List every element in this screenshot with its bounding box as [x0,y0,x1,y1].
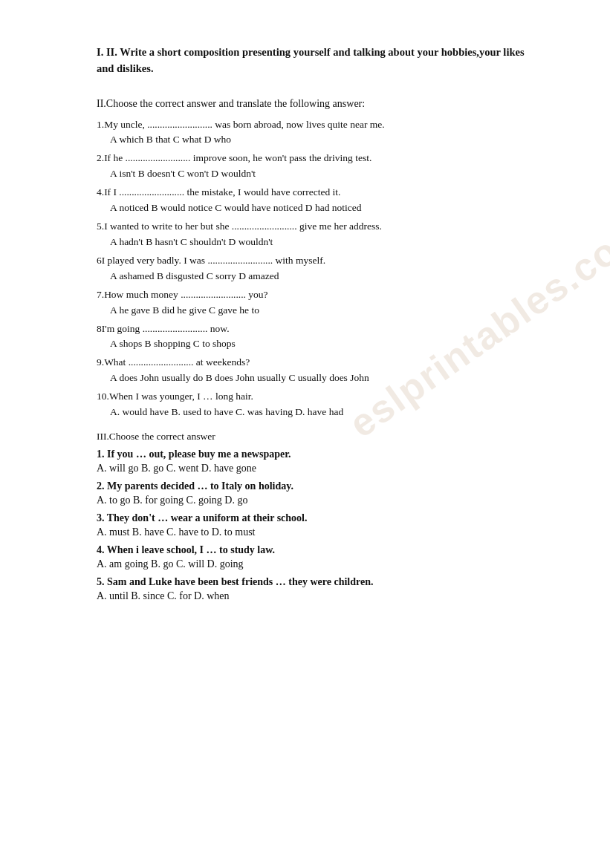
question-options: A. am going B. go C. will D. going [97,558,528,570]
question-options: A. would have B. used to have C. was hav… [97,405,528,420]
section-ii-questions: 1.My uncle, .......................... w… [97,117,528,421]
section-iii-questions: 1. If you … out, please buy me a newspap… [97,448,528,602]
list-item: 3. They don't … wear a uniform at their … [97,512,528,538]
list-item: 4.If I .......................... the mi… [97,185,528,216]
page: eslprintables.com I. II. Write a short c… [0,0,610,653]
list-item: 5.I wanted to write to her but she .....… [97,219,528,250]
section-iii-header: III.Choose the correct answer [97,431,528,443]
question-options: A. until B. since C. for D. when [97,590,528,602]
section-i-title: I. II. Write a short composition present… [97,45,528,77]
section-ii-header: II.Choose the correct answer and transla… [97,98,528,110]
question-options: A ashamed B disgusted C sorry D amazed [97,269,528,284]
list-item: 10.When I was younger, I … long hair.A. … [97,389,528,420]
question-options: A shops B shopping C to shops [97,336,528,352]
list-item: 5. Sam and Luke have been best friends …… [97,576,528,602]
list-item: 4. When i leave school, I … to study law… [97,544,528,570]
list-item: 1.My uncle, .......................... w… [97,117,528,149]
question-options: A. will go B. go C. went D. have gone [97,463,528,474]
question-options: A hadn't B hasn't C shouldn't D wouldn't [97,235,528,250]
question-text: 10.When I was younger, I … long hair. [97,389,528,405]
question-text: 7.How much money .......................… [97,287,528,303]
list-item: 7.How much money .......................… [97,287,528,319]
question-options: A. must B. have C. have to D. to must [97,526,528,538]
question-options: A isn't B doesn't C won't D wouldn't [97,166,528,182]
list-item: 9.What .......................... at wee… [97,355,528,386]
question-options: A he gave B did he give C gave he to [97,303,528,319]
list-item: 2. My parents decided … to Italy on holi… [97,480,528,506]
question-text: 5.I wanted to write to her but she .....… [97,219,528,235]
list-item: 8I'm going .......................... no… [97,322,528,353]
list-item: 1. If you … out, please buy me a newspap… [97,448,528,474]
question-text: 9.What .......................... at wee… [97,355,528,371]
question-text: 8I'm going .......................... no… [97,322,528,337]
question-options: A which B that C what D who [97,132,528,148]
question-text: 2. My parents decided … to Italy on holi… [97,480,528,492]
question-text: 2.If he .......................... impro… [97,151,528,166]
question-text: 6I played very badly. I was ............… [97,253,528,269]
section-iii: III.Choose the correct answer 1. If you … [97,431,528,602]
question-options: A noticed B would notice C would have no… [97,200,528,216]
question-options: A. to go B. for going C. going D. go [97,495,528,506]
section-i-label: I. II. [97,46,117,58]
question-text: 3. They don't … wear a uniform at their … [97,512,528,524]
section-ii: II.Choose the correct answer and transla… [97,98,528,421]
question-options: A does John usually do B does John usual… [97,371,528,386]
section-i-text: Write a short composition presenting you… [97,46,525,74]
question-text: 1. If you … out, please buy me a newspap… [97,448,528,460]
list-item: 6I played very badly. I was ............… [97,253,528,284]
question-text: 1.My uncle, .......................... w… [97,117,528,133]
question-text: 4. When i leave school, I … to study law… [97,544,528,556]
question-text: 4.If I .......................... the mi… [97,185,528,200]
question-text: 5. Sam and Luke have been best friends …… [97,576,528,588]
list-item: 2.If he .......................... impro… [97,151,528,182]
section-i: I. II. Write a short composition present… [97,45,528,77]
